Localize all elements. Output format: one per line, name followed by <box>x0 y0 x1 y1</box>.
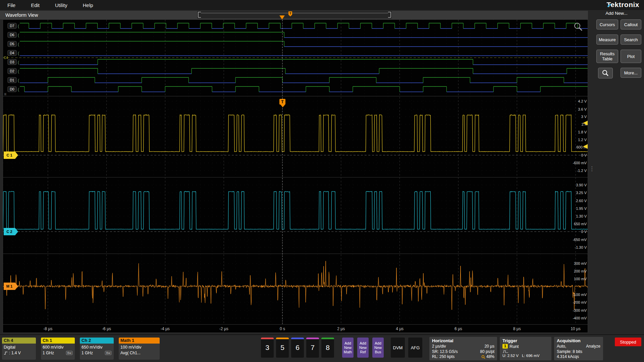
trigger-panel[interactable]: Trigger 1 Runt U: 2.52 V L: 696 mV <box>500 337 551 360</box>
plot-button[interactable]: Plot <box>621 50 641 63</box>
ch1-scale-label: 3 V <box>581 115 587 119</box>
svg-text:C 2: C 2 <box>6 230 12 234</box>
digital-row-D5 <box>20 41 588 47</box>
ch1-line2: 1 GHz Bw <box>41 350 75 355</box>
channel-badge-ch4[interactable]: Ch 4 Digital : 1.4 V <box>2 338 36 360</box>
slot-button-3[interactable]: 3 <box>261 338 274 358</box>
math1-scale-label: 300 mV <box>574 261 587 265</box>
trigger-marker[interactable]: T <box>279 99 285 107</box>
digital-group-handle[interactable]: ≡ <box>4 92 6 97</box>
time-axis-label: -2 µs <box>219 326 228 331</box>
ch2-badge[interactable]: C 2 <box>4 228 18 235</box>
acquisition-panel[interactable]: Acquisition Auto, Analyze Sample: 8 bits… <box>554 337 603 360</box>
ch2-scale-label: 3.90 V <box>576 183 587 187</box>
svg-text:T: T <box>281 100 284 104</box>
svg-text:(: ( <box>18 78 19 83</box>
menu-utility[interactable]: Utility <box>55 2 67 8</box>
ch2-scale-label: -1.30 V <box>575 245 587 249</box>
measure-button[interactable]: Measure <box>596 35 618 45</box>
trigger-title: Trigger <box>502 338 549 343</box>
digital-label-D6[interactable]: D6( <box>8 32 19 38</box>
menu-edit[interactable]: Edit <box>31 2 40 8</box>
svg-text:D5: D5 <box>10 42 14 46</box>
bottom-bar: Ch 4 Digital : 1.4 V Ch 1 600 mV/div 1 G… <box>0 335 644 362</box>
acquisition-overview[interactable]: T <box>197 11 392 18</box>
channel-badge-ch1[interactable]: Ch 1 600 mV/div 1 GHz Bw <box>41 338 75 360</box>
search-button[interactable]: Search <box>621 35 641 45</box>
acquisition-sample: Sample: 8 bits <box>557 349 582 355</box>
horizontal-zoom: 48% <box>481 354 494 360</box>
digital-label-D3[interactable]: D3( <box>8 59 19 65</box>
stopped-button[interactable]: Stopped <box>615 338 641 346</box>
math1-scale-label: -300 mV <box>573 308 587 312</box>
logo-text: Tektronix <box>607 1 639 8</box>
slot-button-7[interactable]: 7 <box>306 338 319 358</box>
digital-label-D1[interactable]: D1( <box>8 77 19 83</box>
acquisition-title: Acquisition <box>557 338 600 343</box>
ch2-header: Ch 2 <box>80 338 114 344</box>
zoom-button[interactable] <box>598 68 613 78</box>
time-axis-label: 2 µs <box>337 326 345 331</box>
svg-text:T: T <box>289 12 291 15</box>
ch1-badge[interactable]: C 1 <box>4 152 18 159</box>
add-new-ref-button[interactable]: Add New Ref <box>357 338 369 358</box>
add-new-math-button[interactable]: Add New Math <box>342 338 354 358</box>
digital-row-D6 <box>20 32 588 38</box>
time-axis-label: 0 s <box>280 326 285 331</box>
math1-line2: Avg( Ch1... <box>119 350 160 355</box>
ch2-scale-label: 1.30 V <box>576 214 587 218</box>
acquisition-count: 4.314 kAcqs <box>557 354 579 360</box>
math1-badge[interactable]: M 1 <box>4 283 18 290</box>
menu-file[interactable]: File <box>7 2 15 8</box>
horizontal-panel[interactable]: Horizontal 2 µs/div 20 µs SR: 12.5 GS/s … <box>429 337 497 360</box>
afg-button[interactable]: AFG <box>408 338 422 358</box>
trigger-type: Runt <box>509 344 519 349</box>
menu-help[interactable]: Help <box>83 2 93 8</box>
panel-drag-handle[interactable]: ⋮ <box>589 168 595 170</box>
slot-button-8[interactable]: 8 <box>321 338 334 358</box>
svg-text:D0: D0 <box>10 87 14 91</box>
c4-threshold-label: C4 <box>4 56 8 60</box>
waveform-display[interactable]: C4D7(D6(D5(D4(D3(D2(D1(D0(≡T4.2 V3.6 V3 … <box>3 19 588 333</box>
digital-label-D4[interactable]: D4( <box>8 50 19 56</box>
ch1-scale-label: 0 V <box>581 153 587 157</box>
digital-label-D0[interactable]: D0( <box>8 86 19 92</box>
trigger-position-marker[interactable] <box>279 15 285 19</box>
digital-row-D1 <box>20 77 588 83</box>
ch1-trace <box>3 115 588 152</box>
overview-graphic: T <box>197 11 392 18</box>
slot-button-6[interactable]: 6 <box>291 338 304 358</box>
scope-graphic: C4D7(D6(D5(D4(D3(D2(D1(D0(≡T4.2 V3.6 V3 … <box>3 20 588 333</box>
callout-button[interactable]: Callout <box>621 19 641 29</box>
time-axis-label: -8 µs <box>43 326 52 331</box>
ch1-line1: 600 mV/div <box>41 344 75 350</box>
math1-scale-label: 100 mV <box>574 277 587 281</box>
digital-label-D2[interactable]: D2( <box>8 68 19 74</box>
more-button[interactable]: More... <box>621 68 641 78</box>
add-new-bus-button[interactable]: Add New Bus <box>372 338 384 358</box>
channel-badge-ch2[interactable]: Ch 2 650 mV/div 1 GHz Bw <box>80 338 114 360</box>
math1-scale-label: -100 mV <box>573 293 587 297</box>
digital-label-D7[interactable]: D7( <box>8 23 19 28</box>
ch4-header: Ch 4 <box>2 338 36 344</box>
digital-row-D2 <box>20 68 588 74</box>
ch1-scale-label: -600 mV <box>573 161 587 165</box>
ch1-scale-label: 3.6 V <box>578 107 587 111</box>
channel-badge-math1[interactable]: Math 1 100 mV/div Avg( Ch1... <box>119 338 160 360</box>
slot-3-color <box>261 338 274 339</box>
svg-text:D3: D3 <box>10 60 14 64</box>
slot-button-5[interactable]: 5 <box>276 338 289 358</box>
svg-text:D4: D4 <box>10 51 14 55</box>
add-new-title: Add New... <box>589 11 644 16</box>
svg-text:(: ( <box>18 60 19 65</box>
ch1-scale-label: 1.8 V <box>578 130 587 134</box>
dvm-button[interactable]: DVM <box>391 338 405 358</box>
cursors-button[interactable]: Cursors <box>596 19 618 29</box>
acquisition-analyze: Analyze <box>586 344 600 349</box>
digital-label-D5[interactable]: D5( <box>8 41 19 47</box>
results-table-button[interactable]: Results Table <box>596 50 618 63</box>
svg-text:(: ( <box>18 69 19 74</box>
time-axis-label: -4 µs <box>161 326 170 331</box>
ch1-scale-label: -1.2 V <box>577 169 587 173</box>
ch4-line1: Digital <box>2 344 36 350</box>
